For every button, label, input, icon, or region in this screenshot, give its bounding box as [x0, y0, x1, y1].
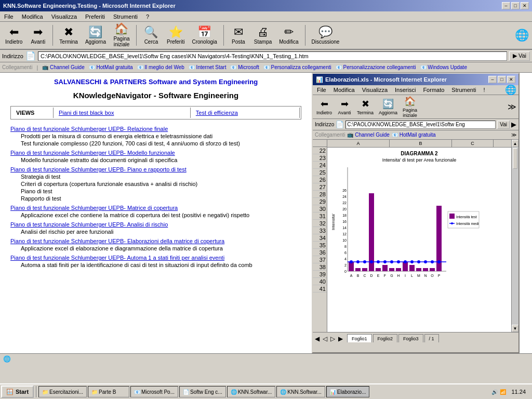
link-hotmail[interactable]: 📧 HotMail gratuita — [89, 64, 133, 70]
link-modello[interactable]: Piano di test funzionale Schlumberger UE… — [10, 150, 175, 156]
link-personalizzazione[interactable]: 📧 Personalizzazione collegamenti — [336, 64, 416, 70]
link-analisi[interactable]: Piano di test funzionale Schlumberger UE… — [10, 221, 168, 228]
overlay-menu-modifica[interactable]: Modifica — [331, 86, 357, 94]
taskbar-item-5[interactable]: 🌐 KNN.Softwar... — [227, 386, 276, 397]
sheet-nav-left2[interactable]: ◁ — [323, 335, 327, 342]
svg-text:C: C — [363, 274, 366, 277]
taskbar-item-2[interactable]: 📁 Parte B — [88, 386, 129, 397]
taskbar-label-7: Elaborazio... — [337, 389, 366, 395]
link-relazione[interactable]: Piano di test funzionale Schlumberger UE… — [10, 126, 168, 132]
stop-button[interactable]: ✖ Termina — [57, 25, 80, 46]
sheet-tab-1[interactable]: Foglio1 — [347, 334, 372, 342]
menu-modifica[interactable]: Modifica — [20, 13, 45, 20]
print-button[interactable]: 🖨 Stampa — [252, 25, 274, 46]
favorites-button[interactable]: ⭐ Preferiti — [165, 25, 187, 46]
discuss-button[interactable]: 💬 Discussione — [310, 25, 342, 46]
address-input[interactable] — [38, 51, 507, 61]
views-link-2[interactable]: Test di efficienza — [192, 108, 300, 118]
close-button[interactable]: ✕ — [521, 2, 529, 9]
overlay-menu-file[interactable]: File — [315, 86, 328, 94]
overlay-home[interactable]: 🏠 Paginainiziale — [401, 95, 419, 118]
taskbar-item-7[interactable]: 📊 Elaborazio... — [326, 386, 370, 397]
refresh-icon: 🔄 — [88, 26, 102, 38]
text-1b: Test funzionale complesso (220 funzioni,… — [21, 140, 301, 147]
taskbar-item-1[interactable]: 📁 Esercitazioni... — [38, 386, 87, 397]
back-button[interactable]: ⬅ Indietro — [3, 25, 24, 46]
overlay-go-button[interactable]: Vai — [497, 121, 510, 129]
taskbar-item-3[interactable]: 📧 Microsoft Po... — [130, 386, 178, 397]
mail-button[interactable]: ✉ Posta — [228, 25, 249, 46]
chart-title: DIAGRAMMA 2 — [329, 151, 509, 156]
minimize-button[interactable]: – — [502, 2, 510, 9]
link-piano-rapporto[interactable]: Piano di test funzionale Schlumberger UE… — [10, 166, 187, 172]
link-windows-update[interactable]: 📧 Windows Update — [420, 64, 467, 70]
search-button[interactable]: 🔍 Cerca — [141, 25, 162, 46]
svg-point-42 — [417, 260, 420, 263]
scrollbar-thumb[interactable] — [513, 148, 517, 169]
start-button[interactable]: 🪟 Start — [1, 385, 34, 398]
status-bar: 🌐 — [0, 353, 532, 364]
overlay-controls[interactable]: – □ ✕ — [488, 76, 515, 83]
overlay-link-channel[interactable]: 📺 Channel Guide — [347, 132, 390, 138]
overlay-menu-strumenti[interactable]: Strumenti — [449, 86, 478, 94]
menu-preferiti[interactable]: Preferiti — [83, 13, 107, 20]
address-bar: Indirizzo 📄 ▶ Vai — [0, 50, 532, 62]
overlay-forward[interactable]: ➡ Avanti — [336, 98, 353, 116]
overlay-scrollbar[interactable]: ▲ ▼ — [511, 140, 518, 332]
maximize-button[interactable]: □ — [511, 2, 520, 9]
scrollbar-up[interactable]: ▲ — [512, 140, 518, 147]
search-label: Cerca — [144, 39, 158, 45]
svg-text:B: B — [357, 274, 360, 277]
text-3a: Strategia di test — [21, 174, 301, 180]
go-button[interactable]: ▶ Vai — [509, 51, 530, 61]
link-automa[interactable]: Piano di test funzionale Schlumberger UE… — [10, 255, 224, 261]
views-link-1[interactable]: Piani di test black box — [55, 108, 191, 118]
refresh-button[interactable]: 🔄 Aggiorna — [83, 25, 108, 46]
overlay-menu-formato[interactable]: Formato — [421, 86, 446, 94]
sheet-tab-4[interactable]: / 1 — [424, 334, 439, 342]
link-matrice[interactable]: Piano di test funzionale Schlumberger UE… — [10, 205, 178, 211]
text-2a: Modello funzionale estratto dai document… — [21, 157, 301, 163]
menu-help[interactable]: ? — [144, 13, 151, 20]
link-channel-guide[interactable]: 📺 Channel Guide — [42, 64, 85, 70]
link-microsoft[interactable]: 📧 Microsoft — [230, 64, 259, 70]
overlay-menu-help[interactable]: ! — [481, 86, 487, 94]
link-personalizza[interactable]: 📧 Personalizza collegamenti — [263, 64, 331, 70]
overlay-minimize[interactable]: – — [488, 76, 497, 83]
overlay-stop[interactable]: ✖ Termina — [355, 98, 375, 116]
overlay-maximize[interactable]: □ — [498, 76, 506, 83]
svg-text:A: A — [350, 274, 353, 277]
overlay-back-icon: ⬅ — [321, 98, 328, 110]
menu-file[interactable]: File — [2, 13, 16, 20]
overlay-link-hotmail[interactable]: 📧 HotMail gratuita — [392, 132, 436, 138]
sheet-nav-left[interactable]: ◀ — [315, 335, 320, 342]
overlay-close[interactable]: ✕ — [507, 76, 515, 83]
section-5: Piano di test funzionale Schlumberger UE… — [10, 221, 301, 235]
scrollbar-down[interactable]: ▼ — [512, 325, 518, 332]
menu-visualizza[interactable]: Visualizza — [49, 13, 79, 20]
overlay-menu-inserisci[interactable]: Inserisci — [393, 86, 418, 94]
row-26: 26 — [313, 176, 327, 183]
forward-button[interactable]: ➡ Avanti — [28, 25, 48, 46]
overlay-back-label: Indietro — [316, 110, 332, 115]
link-elaborazioni[interactable]: Piano di test funzionale Schlumberger UE… — [10, 238, 224, 244]
sheet-tab-2[interactable]: Foglio2 — [373, 334, 398, 342]
menu-strumenti[interactable]: Strumenti — [111, 13, 140, 20]
history-button[interactable]: 📅 Cronologia — [190, 25, 219, 46]
sheet-nav-right2[interactable]: ▷ — [330, 335, 335, 342]
sheet-tab-3[interactable]: Foglio3 — [398, 334, 423, 342]
taskbar-icon-3: 📧 — [134, 389, 140, 395]
link-best-web[interactable]: 📧 Il meglio del Web — [137, 64, 184, 70]
edit-button[interactable]: ✏ Modifica — [277, 25, 300, 46]
row-31: 31 — [313, 212, 327, 220]
sheet-nav-right[interactable]: ▶ — [338, 335, 343, 342]
taskbar-item-6[interactable]: 🌐 KNN.Softwar... — [276, 386, 325, 397]
window-controls[interactable]: – □ ✕ — [502, 2, 529, 9]
overlay-address-input[interactable] — [345, 121, 496, 129]
overlay-refresh[interactable]: 🔄 Aggiorna — [377, 98, 399, 116]
home-button[interactable]: 🏠 Paginainiziale — [111, 22, 132, 48]
overlay-menu-visualizza[interactable]: Visualizza — [360, 86, 390, 94]
taskbar-item-4[interactable]: 📄 Softw Eng c... — [179, 386, 226, 397]
overlay-back[interactable]: ⬅ Indietro — [315, 98, 334, 116]
link-internet-start[interactable]: 📧 Internet Start — [189, 64, 227, 70]
